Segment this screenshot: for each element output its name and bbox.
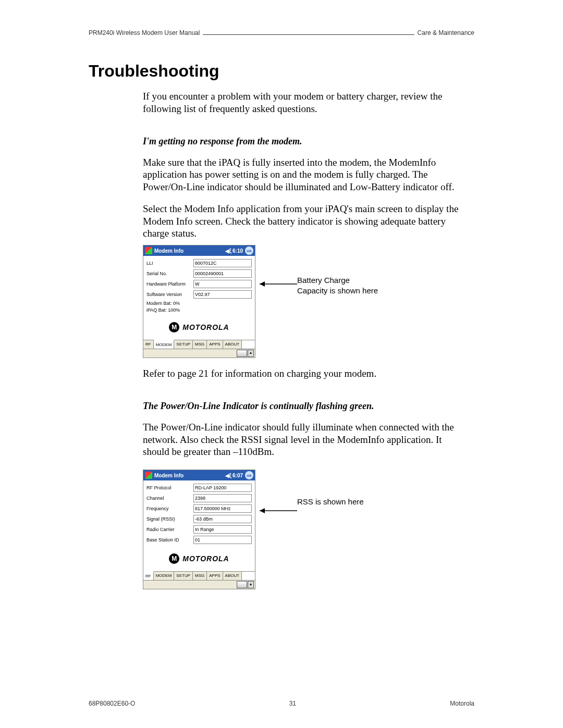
callout-arrow xyxy=(255,503,297,534)
window-body: RF Protocol RD-LAP 19200 Channel 2398 Fr… xyxy=(143,480,255,571)
svg-marker-1 xyxy=(260,281,265,287)
header-rule xyxy=(203,34,414,35)
tab-bar: RF MODEM SETUP MSG APPS ABOUT xyxy=(143,340,255,349)
field-value: 2398 xyxy=(193,494,252,502)
titlebar-time: 6:07 xyxy=(232,473,243,478)
speaker-icon: ◀ξ xyxy=(225,473,231,478)
field-value: 01 xyxy=(193,536,252,544)
sip-bar: ▴ xyxy=(143,580,255,589)
field-row: Base Station ID 01 xyxy=(146,536,252,544)
page: PRM240i Wireless Modem User Manual Care … xyxy=(0,0,563,728)
field-row: LLI 8007012C xyxy=(146,259,252,267)
motorola-text: MOTOROLA xyxy=(182,323,229,331)
field-label: Signal (RSSI) xyxy=(146,516,193,522)
field-label: LLI xyxy=(146,261,193,266)
tab-modem[interactable]: MODEM xyxy=(154,340,175,349)
window-title-text: Modem Info xyxy=(154,248,225,254)
screenshot1-row: Modem Info ◀ξ 6:10 ok LLI 8007012C Seria… xyxy=(143,245,464,358)
sip-arrow-icon[interactable]: ▴ xyxy=(248,581,254,588)
field-row: Frequency 817.500000 MHz xyxy=(146,504,252,513)
field-value: 8007012C xyxy=(193,259,252,267)
callout-text: RSS is shown here xyxy=(297,497,364,507)
status-ipaq-bat: iPAQ Bat: 100% xyxy=(146,307,252,313)
window-titlebar: Modem Info ◀ξ 6:07 ok xyxy=(143,470,255,480)
tab-about[interactable]: ABOUT xyxy=(223,572,242,580)
sip-bar: ▴ xyxy=(143,349,255,357)
tab-bar: RF MODEM SETUP MSG APPS ABOUT xyxy=(143,571,255,580)
field-row: Channel 2398 xyxy=(146,494,252,502)
tab-msg[interactable]: MSG xyxy=(193,340,207,349)
tab-apps[interactable]: APPS xyxy=(207,340,223,349)
tab-modem[interactable]: MODEM xyxy=(154,572,175,580)
field-row: Radio Carrier In Range xyxy=(146,525,252,534)
tab-setup[interactable]: SETUP xyxy=(174,340,193,349)
modem-info-window-1: Modem Info ◀ξ 6:10 ok LLI 8007012C Seria… xyxy=(143,245,255,358)
field-row: Serial No. 00002490001 xyxy=(146,269,252,278)
field-label: Software Version xyxy=(146,292,193,297)
header-right: Care & Maintenance xyxy=(418,29,474,36)
field-value: 00002490001 xyxy=(193,269,252,278)
keyboard-icon[interactable] xyxy=(237,350,247,357)
section-title: Troubleshooting xyxy=(89,61,474,81)
q2-heading: The Power/On-Line Indicator is continual… xyxy=(143,401,464,412)
field-row: Signal (RSSI) -63 dBm xyxy=(146,515,252,523)
tab-about[interactable]: ABOUT xyxy=(223,340,242,349)
field-label: Hardware Platform xyxy=(146,281,193,287)
tab-apps[interactable]: APPS xyxy=(207,572,223,580)
field-value: -63 dBm xyxy=(193,515,252,523)
motorola-m-icon: M xyxy=(169,322,179,332)
intro-paragraph: If you encounter a problem with your mod… xyxy=(143,90,464,115)
window-titlebar: Modem Info ◀ξ 6:10 ok xyxy=(143,245,255,256)
header-left: PRM240i Wireless Modem User Manual xyxy=(89,29,200,36)
titlebar-time: 6:10 xyxy=(232,248,243,254)
page-header: PRM240i Wireless Modem User Manual Care … xyxy=(89,29,474,36)
window-body: LLI 8007012C Serial No. 00002490001 Hard… xyxy=(143,256,255,340)
window-title-text: Modem Info xyxy=(154,473,225,478)
field-value: 817.500000 MHz xyxy=(193,504,252,513)
footer-left: 68P80802E60-O xyxy=(89,700,135,707)
field-label: Channel xyxy=(146,496,193,501)
sip-arrow-icon[interactable]: ▴ xyxy=(248,350,254,357)
tab-setup[interactable]: SETUP xyxy=(174,572,193,580)
field-value: V02.97 xyxy=(193,290,252,299)
field-label: Frequency xyxy=(146,506,193,511)
windows-flag-icon xyxy=(145,247,152,254)
tab-rf[interactable]: RF xyxy=(143,571,154,580)
ok-button[interactable]: ok xyxy=(245,471,253,479)
field-label: Radio Carrier xyxy=(146,527,193,532)
speaker-icon: ◀ξ xyxy=(225,248,231,254)
field-value: In Range xyxy=(193,525,252,534)
tab-rf[interactable]: RF xyxy=(143,340,154,349)
field-row: Hardware Platform W xyxy=(146,280,252,288)
motorola-logo: M MOTOROLA xyxy=(146,322,252,332)
motorola-m-icon: M xyxy=(169,553,179,564)
footer-right: Motorola xyxy=(450,700,474,707)
field-row: Software Version V02.97 xyxy=(146,290,252,299)
q1-after-paragraph: Refer to page 21 for information on char… xyxy=(143,367,464,380)
content-area: If you encounter a problem with your mod… xyxy=(143,90,464,589)
field-label: Base Station ID xyxy=(146,537,193,542)
field-label: RF Protocol xyxy=(146,485,193,490)
page-footer: 68P80802E60-O 31 Motorola xyxy=(89,700,474,707)
field-value: RD-LAP 19200 xyxy=(193,484,252,492)
callout-arrow xyxy=(255,276,297,307)
status-modem-bat: Modem Bat: 0% xyxy=(146,301,252,306)
callout-text: Battery Charge Capacity is shown here xyxy=(297,275,381,295)
screenshot2-row: Modem Info ◀ξ 6:07 ok RF Protocol RD-LAP… xyxy=(143,470,464,589)
svg-marker-3 xyxy=(260,508,265,513)
modem-info-window-2: Modem Info ◀ξ 6:07 ok RF Protocol RD-LAP… xyxy=(143,470,255,589)
windows-flag-icon xyxy=(145,472,152,479)
field-value: W xyxy=(193,280,252,288)
footer-page-number: 31 xyxy=(289,700,296,707)
motorola-logo: M MOTOROLA xyxy=(146,553,252,564)
q1-paragraph-2: Select the Modem Info application from y… xyxy=(143,203,464,240)
q1-paragraph-1: Make sure that the iPAQ is fully inserte… xyxy=(143,156,464,193)
ok-button[interactable]: ok xyxy=(245,246,253,255)
q1-heading: I'm getting no response from the modem. xyxy=(143,136,464,147)
q2-paragraph-1: The Power/On-Line indicator should fully… xyxy=(143,421,464,458)
tab-msg[interactable]: MSG xyxy=(193,572,207,580)
motorola-text: MOTOROLA xyxy=(182,554,229,563)
field-label: Serial No. xyxy=(146,271,193,276)
field-row: RF Protocol RD-LAP 19200 xyxy=(146,484,252,492)
keyboard-icon[interactable] xyxy=(237,581,247,588)
